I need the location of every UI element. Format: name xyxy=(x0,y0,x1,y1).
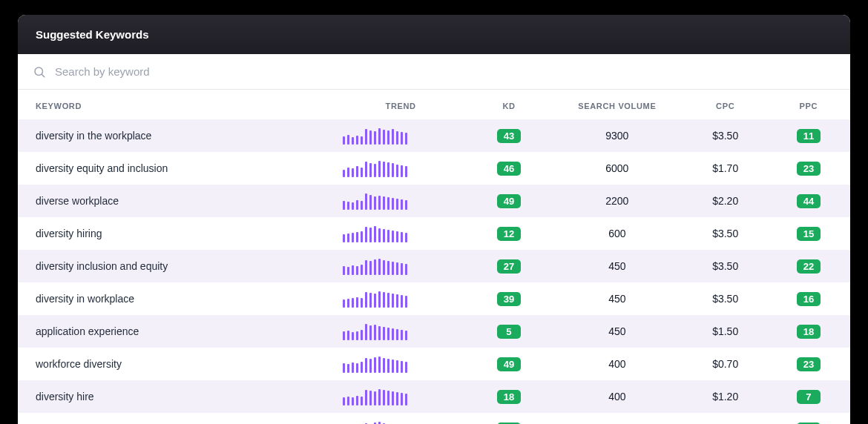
cell-cpc: $3.50 xyxy=(684,119,767,152)
cell-cpc: $3.50 xyxy=(684,250,767,282)
trend-sparkline xyxy=(343,127,458,145)
cell-search-volume: 400 xyxy=(550,348,684,380)
cell-kd: 46 xyxy=(467,152,550,185)
cell-search-volume: 450 xyxy=(550,315,684,348)
trend-sparkline xyxy=(343,257,458,275)
cell-keyword: diverse workplace xyxy=(18,185,334,217)
table-row[interactable]: diversity hire18400$1.207 xyxy=(18,380,850,413)
ppc-badge: 44 xyxy=(797,194,821,208)
cell-keyword: best candidate xyxy=(18,413,334,424)
kd-badge: 49 xyxy=(497,357,521,371)
cell-trend xyxy=(334,119,467,152)
cell-cpc: $0.70 xyxy=(684,348,767,380)
ppc-badge: 15 xyxy=(797,227,821,241)
svg-point-0 xyxy=(35,67,43,76)
cell-trend xyxy=(334,282,467,315)
kd-badge: 18 xyxy=(497,390,521,404)
cell-cpc: $1.20 xyxy=(684,380,767,413)
cell-trend xyxy=(334,250,467,282)
trend-sparkline xyxy=(343,388,458,405)
table-row[interactable]: workforce diversity49400$0.7023 xyxy=(18,348,850,380)
cell-cpc: $2.20 xyxy=(684,185,767,217)
table-row[interactable]: diversity in the workplace439300$3.5011 xyxy=(18,119,850,152)
cell-search-volume: 6000 xyxy=(550,152,684,185)
cell-ppc: 15 xyxy=(767,217,850,250)
cell-kd: 39 xyxy=(467,282,550,315)
cell-ppc: 16 xyxy=(767,282,850,315)
cell-ppc: 22 xyxy=(767,250,850,282)
cell-kd: 49 xyxy=(467,348,550,380)
svg-line-1 xyxy=(42,74,44,76)
table-row[interactable]: diversity inclusion and equity27450$3.50… xyxy=(18,250,850,282)
col-cpc[interactable]: CPC xyxy=(684,90,767,119)
trend-sparkline xyxy=(343,355,458,373)
kd-badge: 46 xyxy=(497,162,521,176)
cell-ppc: 11 xyxy=(767,119,850,152)
ppc-badge: 16 xyxy=(797,292,821,306)
cell-trend xyxy=(334,217,467,250)
cell-search-volume: 400 xyxy=(550,380,684,413)
cell-search-volume: 450 xyxy=(550,282,684,315)
cell-search-volume: 9300 xyxy=(550,119,684,152)
col-trend[interactable]: TREND xyxy=(334,90,467,119)
ppc-badge: 23 xyxy=(797,162,821,176)
table-header-row: KEYWORD TREND KD SEARCH VOLUME CPC PPC xyxy=(18,90,850,119)
cell-trend xyxy=(334,185,467,217)
cell-keyword: diversity hiring xyxy=(18,217,334,250)
cell-trend xyxy=(334,380,467,413)
kd-badge: 12 xyxy=(497,227,521,241)
cell-keyword: diversity in the workplace xyxy=(18,119,334,152)
cell-keyword: application experience xyxy=(18,315,334,348)
col-kd[interactable]: KD xyxy=(467,90,550,119)
cell-ppc: 23 xyxy=(767,348,850,380)
cell-kd: 27 xyxy=(467,250,550,282)
search-row xyxy=(18,54,850,90)
table-row[interactable]: diversity hiring12600$3.5015 xyxy=(18,217,850,250)
trend-sparkline xyxy=(343,192,458,210)
cell-keyword: diversity equity and inclusion xyxy=(18,152,334,185)
trend-sparkline xyxy=(343,420,458,424)
cell-search-volume: 2200 xyxy=(550,185,684,217)
cell-ppc: 44 xyxy=(767,185,850,217)
cell-kd: 18 xyxy=(467,380,550,413)
cell-kd: 49 xyxy=(467,185,550,217)
ppc-badge: 11 xyxy=(797,129,821,143)
col-ppc[interactable]: PPC xyxy=(767,90,850,119)
ppc-badge: 23 xyxy=(797,357,821,371)
cell-cpc: $3.50 xyxy=(684,282,767,315)
cell-ppc: 10 xyxy=(767,413,850,424)
cell-kd: 38 xyxy=(467,413,550,424)
trend-sparkline xyxy=(343,225,458,242)
trend-sparkline xyxy=(343,159,458,177)
col-search-volume[interactable]: SEARCH VOLUME xyxy=(550,90,684,119)
table-row[interactable]: diverse workplace492200$2.2044 xyxy=(18,185,850,217)
ppc-badge: 22 xyxy=(797,259,821,274)
search-input[interactable] xyxy=(53,64,835,79)
trend-sparkline xyxy=(343,322,458,340)
cell-search-volume: 450 xyxy=(550,250,684,282)
cell-ppc: 23 xyxy=(767,152,850,185)
cell-kd: 43 xyxy=(467,119,550,152)
cell-search-volume: 600 xyxy=(550,217,684,250)
table-row[interactable]: diversity equity and inclusion466000$1.7… xyxy=(18,152,850,185)
table-row[interactable]: application experience5450$1.5018 xyxy=(18,315,850,348)
cell-kd: 5 xyxy=(467,315,550,348)
suggested-keywords-panel: Suggested Keywords KEYWORD TREND KD SEAR… xyxy=(18,15,850,424)
cell-cpc: $1.60 xyxy=(684,413,767,424)
col-keyword[interactable]: KEYWORD xyxy=(18,90,334,119)
panel-title: Suggested Keywords xyxy=(18,15,850,54)
cell-cpc: $1.70 xyxy=(684,152,767,185)
cell-cpc: $1.50 xyxy=(684,315,767,348)
cell-ppc: 7 xyxy=(767,380,850,413)
cell-trend xyxy=(334,315,467,348)
cell-cpc: $3.50 xyxy=(684,217,767,250)
table-row[interactable]: best candidate38300$1.6010 xyxy=(18,413,850,424)
kd-badge: 43 xyxy=(497,129,521,143)
search-icon xyxy=(33,65,46,79)
cell-keyword: diversity in workplace xyxy=(18,282,334,315)
cell-kd: 12 xyxy=(467,217,550,250)
cell-trend xyxy=(334,152,467,185)
ppc-badge: 18 xyxy=(797,325,821,339)
table-row[interactable]: diversity in workplace39450$3.5016 xyxy=(18,282,850,315)
cell-trend xyxy=(334,413,467,424)
